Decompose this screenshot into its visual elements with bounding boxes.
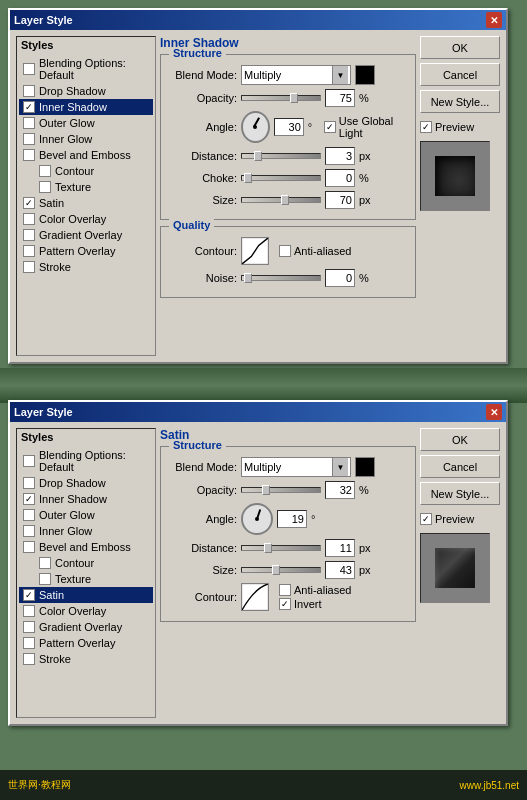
dialog2-size-input[interactable] xyxy=(325,561,355,579)
dialog2-contour-thumb[interactable] xyxy=(241,583,269,611)
dialog1-noise-input[interactable] xyxy=(325,269,355,287)
style-bevel-emboss[interactable]: Bevel and Emboss xyxy=(19,147,153,163)
dialog2-preview-checkbox[interactable] xyxy=(420,513,432,525)
dialog2-angle-dial[interactable] xyxy=(241,503,273,535)
dialog2-ok-button[interactable]: OK xyxy=(420,428,500,451)
checkbox-blending[interactable] xyxy=(23,63,35,75)
dialog1-size-thumb[interactable] xyxy=(281,195,289,205)
dialog1-global-light-checkbox[interactable] xyxy=(324,121,336,133)
d2-style-drop-shadow[interactable]: Drop Shadow xyxy=(19,475,153,491)
d2-style-texture[interactable]: Texture xyxy=(19,571,153,587)
dialog2-distance-input[interactable] xyxy=(325,539,355,557)
dialog2-distance-slider[interactable] xyxy=(241,545,321,551)
dialog1-distance-input[interactable] xyxy=(325,147,355,165)
dialog1-size-slider[interactable] xyxy=(241,197,321,203)
dialog1-close-button[interactable]: ✕ xyxy=(486,12,502,28)
dialog2-invert-checkbox[interactable] xyxy=(279,598,291,610)
dialog2-close-button[interactable]: ✕ xyxy=(486,404,502,420)
style-gradient-overlay[interactable]: Gradient Overlay xyxy=(19,227,153,243)
style-outer-glow[interactable]: Outer Glow xyxy=(19,115,153,131)
checkbox-color-overlay[interactable] xyxy=(23,213,35,225)
checkbox-drop-shadow[interactable] xyxy=(23,85,35,97)
d2-checkbox-gradient-overlay[interactable] xyxy=(23,621,35,633)
checkbox-contour[interactable] xyxy=(39,165,51,177)
d2-style-satin[interactable]: Satin xyxy=(19,587,153,603)
style-satin[interactable]: Satin xyxy=(19,195,153,211)
dialog1-choke-input[interactable] xyxy=(325,169,355,187)
dialog2-blend-dropdown[interactable]: Multiply ▼ xyxy=(241,457,351,477)
dialog2-anti-aliased-label[interactable]: Anti-aliased xyxy=(279,584,351,596)
checkbox-texture[interactable] xyxy=(39,181,51,193)
dialog2-size-slider[interactable] xyxy=(241,567,321,573)
style-pattern-overlay[interactable]: Pattern Overlay xyxy=(19,243,153,259)
d2-checkbox-stroke[interactable] xyxy=(23,653,35,665)
dialog2-layer-style[interactable]: Layer Style ✕ Styles Blending Options: D… xyxy=(8,400,508,726)
d2-style-gradient-overlay[interactable]: Gradient Overlay xyxy=(19,619,153,635)
d2-style-outer-glow[interactable]: Outer Glow xyxy=(19,507,153,523)
d2-style-pattern-overlay[interactable]: Pattern Overlay xyxy=(19,635,153,651)
dialog2-preview-label[interactable]: Preview xyxy=(420,513,500,525)
dialog1-layer-style[interactable]: Layer Style ✕ Styles Blending Options: D… xyxy=(8,8,508,364)
dialog1-size-input[interactable] xyxy=(325,191,355,209)
style-inner-shadow[interactable]: Inner Shadow xyxy=(19,99,153,115)
d2-style-bevel-emboss[interactable]: Bevel and Emboss xyxy=(19,539,153,555)
dialog1-anti-aliased-checkbox[interactable] xyxy=(279,245,291,257)
d2-style-color-overlay[interactable]: Color Overlay xyxy=(19,603,153,619)
d2-style-blending-options[interactable]: Blending Options: Default xyxy=(19,447,153,475)
dialog1-choke-slider[interactable] xyxy=(241,175,321,181)
dialog2-opacity-input[interactable] xyxy=(325,481,355,499)
style-drop-shadow[interactable]: Drop Shadow xyxy=(19,83,153,99)
dialog1-distance-slider[interactable] xyxy=(241,153,321,159)
style-stroke[interactable]: Stroke xyxy=(19,259,153,275)
dialog2-distance-thumb[interactable] xyxy=(264,543,272,553)
checkbox-inner-glow[interactable] xyxy=(23,133,35,145)
dialog2-cancel-button[interactable]: Cancel xyxy=(420,455,500,478)
dialog1-contour-thumb[interactable] xyxy=(241,237,269,265)
dialog1-color-swatch[interactable] xyxy=(355,65,375,85)
checkbox-stroke[interactable] xyxy=(23,261,35,273)
dialog1-anti-aliased-label[interactable]: Anti-aliased xyxy=(279,245,351,257)
style-inner-glow[interactable]: Inner Glow xyxy=(19,131,153,147)
d2-style-inner-shadow[interactable]: Inner Shadow xyxy=(19,491,153,507)
dialog2-anti-aliased-checkbox[interactable] xyxy=(279,584,291,596)
dialog1-angle-input[interactable] xyxy=(274,118,304,136)
checkbox-outer-glow[interactable] xyxy=(23,117,35,129)
d2-checkbox-blending[interactable] xyxy=(23,455,35,467)
dialog2-color-swatch[interactable] xyxy=(355,457,375,477)
d2-checkbox-contour[interactable] xyxy=(39,557,51,569)
dialog1-new-style-button[interactable]: New Style... xyxy=(420,90,500,113)
dialog2-invert-label[interactable]: Invert xyxy=(279,598,351,610)
dialog1-preview-checkbox[interactable] xyxy=(420,121,432,133)
d2-checkbox-pattern-overlay[interactable] xyxy=(23,637,35,649)
dialog1-noise-slider[interactable] xyxy=(241,275,321,281)
checkbox-pattern-overlay[interactable] xyxy=(23,245,35,257)
dialog1-opacity-input[interactable] xyxy=(325,89,355,107)
d2-style-contour[interactable]: Contour xyxy=(19,555,153,571)
d2-style-inner-glow[interactable]: Inner Glow xyxy=(19,523,153,539)
dialog1-blend-dropdown[interactable]: Multiply ▼ xyxy=(241,65,351,85)
dialog1-angle-dial[interactable] xyxy=(241,111,270,143)
dialog1-global-light-label[interactable]: Use Global Light xyxy=(324,115,409,139)
d2-checkbox-inner-shadow[interactable] xyxy=(23,493,35,505)
d2-checkbox-drop-shadow[interactable] xyxy=(23,477,35,489)
dialog1-opacity-thumb[interactable] xyxy=(290,93,298,103)
style-blending-options[interactable]: Blending Options: Default xyxy=(19,55,153,83)
checkbox-inner-shadow[interactable] xyxy=(23,101,35,113)
dialog1-cancel-button[interactable]: Cancel xyxy=(420,63,500,86)
style-texture[interactable]: Texture xyxy=(19,179,153,195)
dialog2-new-style-button[interactable]: New Style... xyxy=(420,482,500,505)
d2-checkbox-outer-glow[interactable] xyxy=(23,509,35,521)
dialog1-choke-thumb[interactable] xyxy=(244,173,252,183)
dialog1-preview-label[interactable]: Preview xyxy=(420,121,500,133)
d2-checkbox-color-overlay[interactable] xyxy=(23,605,35,617)
style-color-overlay[interactable]: Color Overlay xyxy=(19,211,153,227)
d2-checkbox-inner-glow[interactable] xyxy=(23,525,35,537)
dialog2-angle-input[interactable] xyxy=(277,510,307,528)
checkbox-gradient-overlay[interactable] xyxy=(23,229,35,241)
style-contour[interactable]: Contour xyxy=(19,163,153,179)
dialog2-opacity-slider[interactable] xyxy=(241,487,321,493)
dialog1-opacity-slider[interactable] xyxy=(241,95,321,101)
checkbox-bevel-emboss[interactable] xyxy=(23,149,35,161)
d2-style-stroke[interactable]: Stroke xyxy=(19,651,153,667)
dialog1-noise-thumb[interactable] xyxy=(244,273,252,283)
